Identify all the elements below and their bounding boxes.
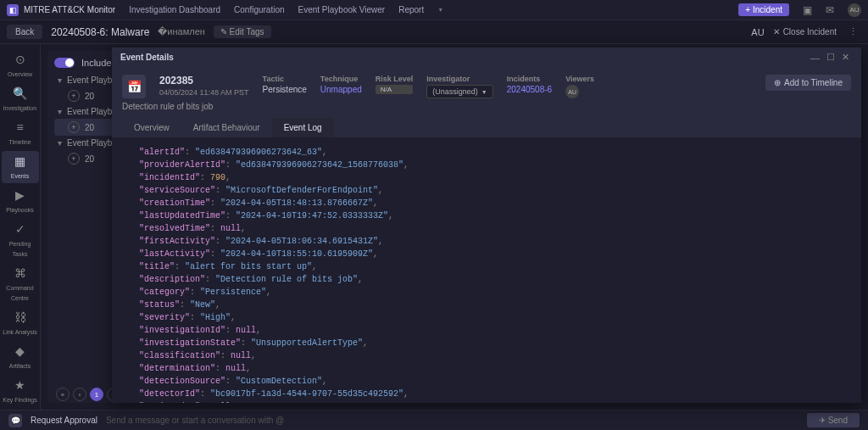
chevron-down-icon: ▾ [58, 75, 62, 85]
share-icon[interactable]: �инамлен [158, 26, 205, 37]
close-modal-button[interactable]: ✕ [838, 52, 853, 63]
event-log-body[interactable]: "alertId": "ed638479396906273642_63", "p… [112, 137, 861, 403]
log-line: "category": "Persistence", [124, 286, 849, 299]
rail-icon: ★ [2, 378, 39, 392]
log-line: "severity": "High", [124, 311, 849, 324]
log-line: "alertId": "ed638479396906273642_63", [124, 146, 849, 159]
nav-link-dashboard[interactable]: Investigation Dashboard [129, 5, 220, 14]
nav-link-report[interactable]: Report [398, 5, 424, 14]
event-details-modal: Event Details — ☐ ✕ 📅 202385 04/05/2024 … [112, 47, 861, 403]
log-line: "lastUpdatedTime": "2024-04-10T19:47:52.… [124, 209, 849, 222]
chevron-down-icon[interactable]: ▼ [437, 7, 443, 13]
rail-item-playbooks[interactable]: ▶Playbooks [2, 185, 39, 217]
investigator-select[interactable]: (Unassigned) ▼ [426, 85, 492, 98]
event-timestamp: 04/05/2024 11:48 AM PST [159, 88, 249, 97]
include-events-toggle[interactable] [54, 58, 75, 68]
maximize-button[interactable]: ☐ [823, 52, 838, 63]
rail-label: Events [11, 173, 29, 179]
rail-item-timeline[interactable]: ≡Timeline [2, 117, 39, 149]
rail-icon: ◆ [2, 344, 39, 358]
plus-circle-icon[interactable]: + [68, 121, 80, 133]
more-options-icon[interactable]: ⋮ [845, 26, 861, 37]
chat-icon[interactable]: ✉ [826, 4, 834, 16]
log-line: "investigationState": "UnsupportedAlertT… [124, 337, 849, 349]
pagination-first-button[interactable]: « [56, 388, 70, 401]
modal-tabs: OverviewArtifact BehaviourEvent Log [112, 118, 861, 137]
back-button[interactable]: Back [7, 25, 42, 39]
playbook-id: 20 [85, 92, 94, 101]
rail-label: Timeline [8, 139, 31, 145]
log-line: "classification": null, [124, 349, 849, 362]
nav-link-playbook-viewer[interactable]: Event Playbook Viewer [298, 5, 386, 14]
plus-circle-icon: ⊕ [774, 78, 781, 87]
modal-tab-overview[interactable]: Overview [122, 118, 181, 137]
modal-title: Event Details [120, 53, 174, 62]
incident-title: 20240508-6: Malware [51, 26, 149, 38]
plus-circle-icon[interactable]: + [68, 153, 80, 165]
rail-item-overview[interactable]: ⊙Overview [2, 49, 39, 81]
edit-tags-button[interactable]: ✎ Edit Tags [214, 25, 271, 38]
rail-item-command-centre[interactable]: ⌘Command Centre [2, 263, 39, 305]
new-incident-button[interactable]: + Incident [738, 3, 789, 16]
log-line: "lastActivity": "2024-04-10T18:55:10.619… [124, 248, 849, 260]
chevron-down-icon: ▾ [58, 107, 62, 116]
viewers-block: Viewers AU [565, 75, 594, 98]
modal-tab-event-log[interactable]: Event Log [272, 118, 334, 137]
log-line: "detectorId": "bc9017bf-1a3d-4544-9707-5… [124, 388, 849, 400]
pagination-prev-button[interactable]: ‹ [73, 388, 86, 401]
rail-icon: ▦ [2, 154, 39, 168]
rail-item-artifacts[interactable]: ◆Artifacts [2, 341, 39, 373]
modal-tab-artifact-behaviour[interactable]: Artifact Behaviour [181, 118, 272, 137]
footer-bar: 💬 Request Approval Send a message or sta… [0, 410, 868, 430]
header-avatar: AU [751, 27, 764, 37]
request-approval-button[interactable]: Request Approval [31, 416, 97, 425]
tactic-block: Tactic Persistence [263, 75, 307, 94]
log-line: "providerAlertId": "ed638479396906273642… [124, 159, 849, 171]
chevron-down-icon: ▾ [58, 138, 62, 148]
minimize-button[interactable]: — [807, 53, 823, 63]
rail-icon: ⊙ [2, 53, 39, 66]
rail-item-events[interactable]: ▦Events [2, 151, 39, 183]
incidents-value[interactable]: 20240508-6 [507, 85, 552, 94]
top-navigation: ◧ MITRE ATT&CK Monitor Investigation Das… [0, 0, 868, 20]
close-incident-button[interactable]: ✕ Close Incident [773, 27, 837, 36]
event-calendar-icon: 📅 [122, 75, 146, 98]
rail-icon: ⛓ [2, 310, 39, 324]
viewers-label: Viewers [565, 75, 594, 83]
left-rail: ⊙Overview🔍Investigation≡Timeline▦Events▶… [0, 44, 41, 410]
plus-circle-icon[interactable]: + [68, 90, 80, 102]
rail-label: Command Centre [6, 285, 33, 301]
rail-item-link-analysis[interactable]: ⛓Link Analysis [2, 307, 39, 339]
rail-label: Overview [8, 71, 32, 77]
message-input[interactable]: Send a message or start a conversation w… [106, 416, 798, 425]
rail-item-key-findings[interactable]: ★Key Findings [2, 375, 39, 407]
incidents-label: Incidents [507, 75, 552, 83]
technique-value[interactable]: Unmapped [320, 85, 362, 94]
notification-icon[interactable]: ▣ [803, 4, 812, 16]
rail-label: Link Analysis [3, 329, 36, 335]
log-line: "investigationId": null, [124, 324, 849, 337]
user-avatar[interactable]: AU [848, 3, 861, 17]
technique-label: Technique [320, 75, 362, 83]
modal-subtitle: Detection rule of bits job [112, 102, 861, 118]
log-line: "determination": null, [124, 362, 849, 375]
rail-item-pending-tasks[interactable]: ✓Pending Tasks [2, 219, 39, 261]
brand-name: MITRE ATT&CK Monitor [24, 5, 115, 14]
rail-label: Playbooks [6, 207, 33, 213]
nav-link-configuration[interactable]: Configuration [234, 5, 284, 14]
pagination-page-1[interactable]: 1 [90, 388, 103, 401]
log-line: "incidentId": 790, [124, 171, 849, 184]
footer-chat-icon[interactable]: 💬 [8, 414, 22, 427]
add-to-timeline-button[interactable]: ⊕ Add to Timeline [765, 75, 851, 91]
log-line: "firstActivity": "2024-04-05T18:06:34.69… [124, 235, 849, 248]
event-id-block: 202385 04/05/2024 11:48 AM PST [159, 75, 249, 97]
rail-item-investigation[interactable]: 🔍Investigation [2, 83, 39, 115]
close-incident-label: Close Incident [783, 27, 837, 36]
playbook-id: 20 [85, 154, 94, 164]
risk-label: Risk Level [376, 75, 414, 83]
send-button[interactable]: ✈ Send [807, 413, 860, 427]
risk-block: Risk Level N/A [376, 75, 414, 94]
rail-icon: ▶ [2, 188, 39, 202]
investigator-label: Investigator [426, 75, 492, 83]
rail-label: Key Findings [3, 397, 36, 403]
